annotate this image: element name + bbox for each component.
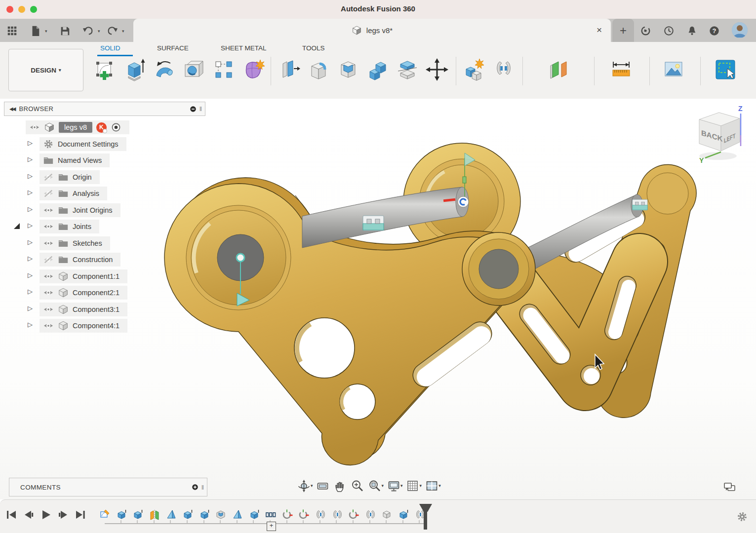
timeline-feature-extrude-icon[interactable] [180,508,197,521]
expand-arrow[interactable]: ▷ [28,139,33,147]
visibility-eye-icon[interactable] [43,205,54,216]
grid-caret-icon[interactable]: ▾ [420,483,422,488]
tree-row-component4[interactable]: Component4:1 [40,319,127,333]
timeline-playhead[interactable] [417,504,434,530]
go-to-start-button[interactable] [5,508,18,521]
help-icon[interactable] [707,23,721,38]
expand-arrow[interactable]: ▷ [28,222,33,229]
expand-arrow[interactable]: ▷ [28,189,33,196]
tree-row-component2[interactable]: Component2:1 [40,286,127,300]
visibility-eye-icon[interactable] [43,287,54,298]
remove-panel-icon[interactable] [189,105,197,113]
play-button[interactable] [40,508,52,521]
new-tab-button[interactable]: + [612,19,634,42]
tree-row-joint-origins[interactable]: Joint Origins [40,203,120,217]
timeline-feature-draft-icon[interactable] [230,508,246,521]
timeline-feature-extrude-icon[interactable] [114,508,130,521]
pan-button[interactable] [332,477,349,495]
save-button[interactable] [57,23,72,38]
tree-row-component3[interactable]: Component3:1 [40,303,127,316]
3d-viewport[interactable]: BACK LEFT Z Y ◀◀ BROWSER ‖ legs v8 K [0,99,756,499]
timeline-feature-revolute-joint-icon[interactable] [346,508,362,521]
tab-surface[interactable]: SURFACE [157,44,189,54]
tab-solid[interactable]: SOLID [100,44,120,54]
timeline-feature-extrude-icon[interactable] [396,508,412,521]
expand-arrow[interactable]: ▷ [28,288,33,295]
panel-grip[interactable]: ‖ [199,105,202,113]
redo-button[interactable] [105,23,119,38]
timeline-feature-extrude-icon[interactable] [130,508,147,521]
extrude-button[interactable] [122,57,148,82]
expand-arrow[interactable]: ▷ [28,172,33,180]
fillet-button[interactable] [306,57,331,82]
timeline-group-expander[interactable]: + [267,522,276,531]
timeline-feature-extrude-icon[interactable] [197,508,213,521]
timeline-feature-extrude-icon[interactable] [246,508,263,521]
create-sketch-button[interactable] [92,57,118,82]
tree-row-construction[interactable]: Construction [40,253,120,266]
collapse-browser-icon[interactable]: ◀◀ [9,106,15,112]
expand-arrow[interactable]: ▷ [28,205,33,213]
root-expand-arrow[interactable] [14,223,20,229]
go-to-end-button[interactable] [74,508,87,521]
step-forward-button[interactable] [57,508,70,521]
timeline-settings-gear-icon[interactable] [736,511,748,523]
redo-caret-icon[interactable]: ▾ [122,29,124,34]
step-back-button[interactable] [22,508,35,521]
timeline-feature-sketch-icon[interactable] [97,508,114,521]
activate-component-radio[interactable] [111,122,121,133]
tree-row-sketches[interactable]: Sketches [40,236,110,250]
app-grid-button[interactable] [4,23,19,38]
panel-grip[interactable]: ‖ [201,484,204,491]
expand-arrow[interactable]: ▷ [28,271,33,279]
select-button[interactable] [713,57,738,82]
visibility-eye-icon[interactable] [29,122,40,133]
create-form-button[interactable] [240,57,266,82]
joint-origin-marker[interactable] [237,254,244,262]
tree-row-joints[interactable]: Joints [40,220,99,233]
fit-button[interactable] [366,477,383,495]
job-status-icon[interactable] [638,23,653,38]
expand-arrow[interactable]: ▷ [28,305,33,312]
comments-panel-header[interactable]: COMMENTS ‖ [9,478,207,496]
timeline-feature-joint-icon[interactable] [313,508,329,521]
viewports-button[interactable] [423,477,440,495]
grid-and-snaps-button[interactable] [404,477,421,495]
timeline-feature-mirror-icon[interactable] [147,508,163,521]
display-caret-icon[interactable]: ▾ [400,483,403,488]
root-document-label[interactable]: legs v8 [59,122,92,133]
expand-arrow[interactable]: ▷ [28,255,33,262]
fit-caret-icon[interactable]: ▾ [382,483,384,488]
expand-arrow[interactable]: ▷ [28,238,33,246]
avatar[interactable] [732,22,748,38]
timeline-feature-joint-icon[interactable] [329,508,346,521]
tree-row-named-views[interactable]: Named Views [40,153,110,167]
new-file-caret-icon[interactable]: ▾ [45,29,47,34]
zoom-button[interactable] [349,477,366,495]
revolve-button[interactable] [152,57,177,82]
feedback-chat-icon[interactable] [723,482,737,494]
tree-row-document-settings[interactable]: Document Settings [40,137,126,151]
timeline-track[interactable] [105,523,425,524]
joint-button[interactable] [491,57,517,82]
visibility-eye-icon[interactable] [43,271,54,282]
visibility-eye-icon[interactable] [43,304,54,315]
close-tab-button[interactable]: × [597,25,602,35]
press-pull-button[interactable] [276,57,302,82]
viewports-caret-icon[interactable]: ▾ [438,483,441,488]
orbit-button[interactable] [295,477,312,495]
rectangular-pattern-button[interactable] [211,57,237,82]
browser-root-row[interactable]: legs v8 K [26,120,129,134]
undo-caret-icon[interactable]: ▾ [98,29,100,34]
visibility-eye-off-icon[interactable] [43,254,54,265]
keep-badge[interactable]: K [96,122,107,133]
visibility-eye-off-icon[interactable] [43,172,54,183]
new-component-button[interactable] [461,57,487,82]
timeline-feature-draft-icon[interactable] [163,508,180,521]
new-file-button[interactable] [28,23,42,38]
visibility-eye-icon[interactable] [43,221,54,232]
tree-row-component1[interactable]: Component1:1 [40,269,127,283]
tree-row-origin[interactable]: Origin [40,170,100,184]
timeline-feature-shell-icon[interactable] [213,508,230,521]
construction-plane-button[interactable] [546,57,571,82]
